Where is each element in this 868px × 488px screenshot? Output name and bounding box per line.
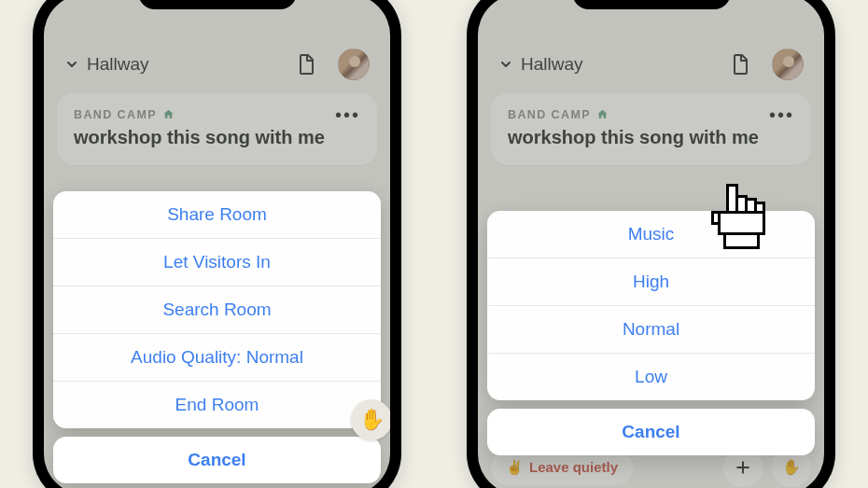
- raise-hand-icon[interactable]: ✋: [351, 399, 390, 440]
- svg-rect-7: [720, 212, 764, 233]
- screen: Hallway BAND CAMP ••• workshop this song…: [44, 0, 390, 488]
- sheet-item-high[interactable]: High: [487, 258, 815, 305]
- svg-rect-4: [746, 199, 755, 212]
- svg-rect-8: [724, 233, 758, 246]
- sheet-item-search[interactable]: Search Room: [53, 286, 381, 333]
- sheet-options: Music High Normal Low: [487, 211, 815, 400]
- phone-right: Hallway BAND CAMP ••• workshop this song…: [467, 0, 835, 488]
- sheet-item-end[interactable]: End Room: [53, 381, 381, 428]
- sheet-options: Share Room Let Visitors In Search Room A…: [53, 191, 381, 428]
- sheet-item-audio[interactable]: Audio Quality: Normal: [53, 333, 381, 381]
- cursor-icon: [700, 183, 765, 253]
- action-sheet: Share Room Let Visitors In Search Room A…: [53, 191, 381, 483]
- action-sheet: Music High Normal Low Cancel: [487, 211, 815, 455]
- sheet-item-low[interactable]: Low: [487, 353, 815, 400]
- sheet-cancel[interactable]: Cancel: [53, 437, 381, 483]
- sheet-item-music[interactable]: Music: [487, 211, 815, 258]
- sheet-cancel[interactable]: Cancel: [487, 409, 815, 455]
- sheet-item-visitors[interactable]: Let Visitors In: [53, 238, 381, 286]
- svg-rect-3: [736, 196, 746, 212]
- sheet-item-share[interactable]: Share Room: [53, 191, 381, 238]
- phone-left: Hallway BAND CAMP ••• workshop this song…: [33, 0, 401, 488]
- screen: Hallway BAND CAMP ••• workshop this song…: [478, 0, 824, 488]
- svg-rect-2: [727, 185, 736, 212]
- sheet-item-normal[interactable]: Normal: [487, 305, 815, 353]
